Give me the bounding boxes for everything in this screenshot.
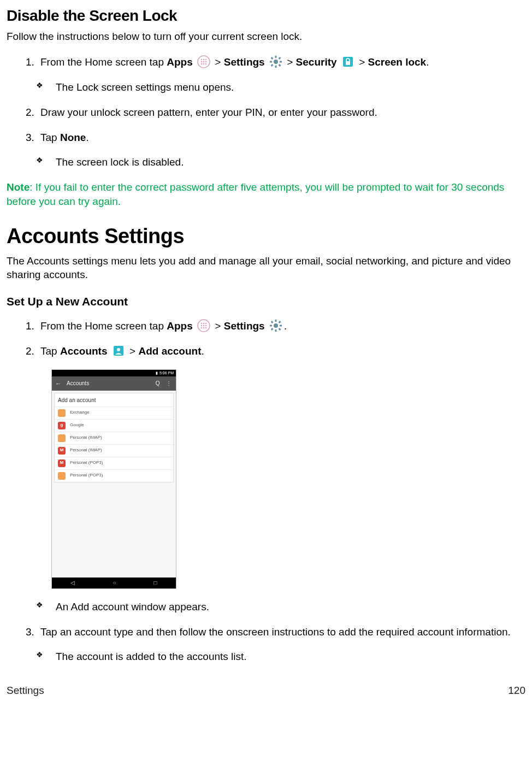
more-icon: ⋮ (166, 380, 173, 386)
phone-account-row: MPersonal (POP3) (55, 457, 173, 469)
nav-back-icon: ◁ (70, 579, 75, 587)
account-type-label: Personal (POP3) (70, 460, 103, 466)
settings-icon (269, 319, 282, 332)
step-2: Tap Accounts > Add account. (37, 344, 525, 358)
security-icon (341, 55, 354, 68)
account-type-icon: g (58, 422, 66, 429)
account-type-label: Exchange (70, 410, 90, 416)
step-3: Tap an account type and then follow the … (37, 625, 525, 639)
bullet: The account is added to the accounts lis… (36, 650, 525, 664)
settings-icon (269, 55, 282, 68)
apps-icon (197, 55, 210, 68)
bullet: The screen lock is disabled. (36, 155, 525, 169)
phone-appbar-title: Accounts (67, 380, 156, 387)
account-type-label: Personal (IMAP) (70, 435, 102, 441)
account-type-label: Personal (IMAP) (70, 447, 102, 453)
phone-account-row: MPersonal (IMAP) (55, 444, 173, 457)
nav-recent-icon: □ (153, 579, 157, 587)
step-2: Draw your unlock screen pattern, enter y… (37, 105, 525, 120)
bullet: An Add account window appears. (36, 600, 525, 614)
accounts-icon (112, 344, 125, 357)
nav-home-icon: ○ (113, 579, 116, 587)
page-footer: Settings 120 (7, 683, 525, 698)
phone-screenshot: ▮ 5:06 PM ← Accounts Q ⋮ Add an account … (51, 369, 176, 589)
account-type-icon (58, 434, 66, 442)
phone-account-row: Exchange (55, 406, 173, 419)
footer-page-number: 120 (508, 683, 525, 698)
step-1: From the Home screen tap Apps > Settings… (37, 55, 525, 69)
phone-appbar: ← Accounts Q ⋮ (52, 376, 176, 391)
account-type-label: Personal (POP3) (70, 473, 103, 479)
phone-account-row: Personal (POP3) (55, 469, 173, 482)
intro-disable: Follow the instructions below to turn of… (7, 30, 525, 44)
heading-disable-screen-lock: Disable the Screen Lock (7, 5, 525, 26)
phone-card-title: Add an account (55, 393, 173, 406)
footer-section: Settings (7, 683, 44, 698)
heading-accounts-settings: Accounts Settings (7, 222, 525, 250)
phone-appbar-actions: Q ⋮ (156, 380, 173, 387)
subheading-setup-new-account: Set Up a New Account (7, 294, 525, 309)
back-icon: ← (55, 380, 61, 388)
note: Note: If you fail to enter the correct p… (7, 180, 525, 208)
step-3: Tap None. (37, 131, 525, 145)
apps-icon (197, 319, 210, 332)
account-type-label: Google (70, 422, 84, 428)
phone-account-row: gGoogle (55, 419, 173, 432)
account-type-icon: M (58, 459, 66, 467)
battery-icon: ▮ (156, 370, 158, 375)
search-icon: Q (156, 380, 161, 386)
intro-accounts: The Accounts settings menu lets you add … (7, 254, 525, 282)
phone-time: 5:06 PM (159, 370, 174, 375)
phone-navbar: ◁ ○ □ (52, 577, 176, 588)
bullet: The Lock screen settings menu opens. (36, 80, 525, 95)
account-type-icon: M (58, 447, 66, 455)
account-type-icon (58, 409, 66, 417)
phone-statusbar: ▮ 5:06 PM (52, 370, 176, 376)
step-1: From the Home screen tap Apps > Settings… (37, 319, 525, 333)
account-type-icon (58, 472, 66, 480)
phone-account-row: Personal (IMAP) (55, 432, 173, 444)
